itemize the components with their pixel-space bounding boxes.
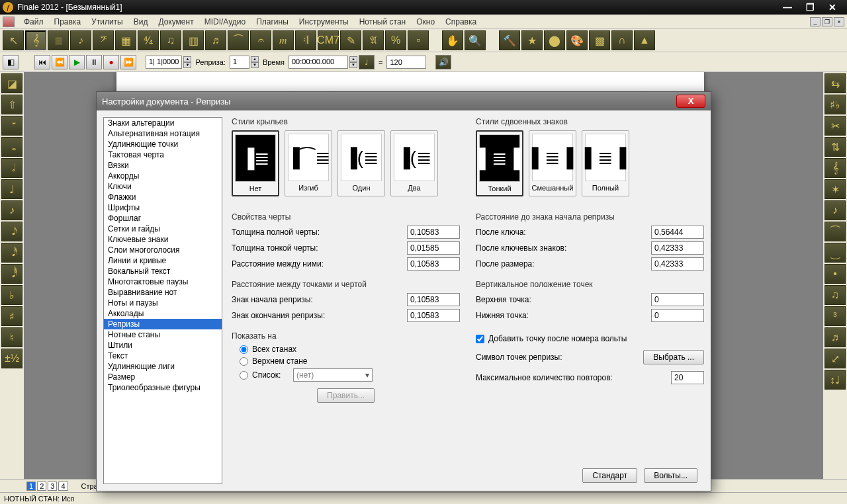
mdi-minimize-button[interactable]: _ [810, 17, 821, 26]
voltas-button[interactable]: Вольты... [644, 468, 697, 483]
double-style-option[interactable]: ▌≣▐Тонкий [476, 130, 523, 196]
category-item[interactable]: Сетки и гайды [104, 224, 222, 234]
transport-setup-button[interactable]: ◧ [3, 55, 19, 69]
category-item[interactable]: Выравнивание нот [104, 287, 222, 298]
wing-style-option[interactable]: ▐(≣Два [390, 130, 438, 196]
category-list[interactable]: Знаки альтерацииАльтернативная нотацияУд… [103, 117, 222, 484]
slur-icon[interactable]: ‿ [825, 243, 846, 263]
show-on-list-radio[interactable] [240, 371, 248, 380]
standard-button[interactable]: Стандарт [582, 468, 637, 483]
mdi-restore-button[interactable]: ❐ [822, 17, 832, 26]
slur-tool-icon[interactable]: ⁀ [228, 30, 249, 50]
clef-tool-icon[interactable]: 𝄢 [93, 30, 114, 50]
cut-icon[interactable]: ✂ [825, 116, 846, 136]
category-item[interactable]: Линии и кривые [104, 255, 222, 266]
thirtysecond-note-icon[interactable]: 𝅘𝅥𝅰 [1, 243, 22, 263]
dot-icon[interactable]: • [825, 264, 846, 284]
half-step-icon[interactable]: ±½ [1, 349, 22, 368]
sixtyfourth-note-icon[interactable]: 𝅘𝅥𝅱 [1, 264, 22, 284]
wing-style-option[interactable]: ▐⁀≣Изгиб [285, 130, 332, 196]
tempo-field[interactable] [386, 56, 426, 69]
simple-entry-tool-icon[interactable]: ≣ [48, 30, 69, 50]
category-item[interactable]: Триолеобразные фигуры [104, 382, 222, 393]
repriza-field[interactable]: 1 [230, 56, 249, 69]
sixteenth-note-icon[interactable]: 𝅘𝅥𝅯 [1, 222, 22, 241]
menu-window[interactable]: Окно [411, 16, 440, 28]
chord-icon[interactable]: ♬ [825, 327, 846, 347]
circles-tool-icon[interactable]: ⬤ [544, 30, 565, 50]
vert-arrows-icon[interactable]: ⇅ [825, 137, 846, 157]
category-item[interactable]: Ключевые знаки [104, 234, 222, 245]
tuplet-tool-icon[interactable]: ♫ [160, 30, 181, 50]
start-repeat-input[interactable] [407, 293, 460, 306]
speaker-button[interactable]: 🔊 [435, 55, 451, 69]
menu-utilities[interactable]: Утилиты [86, 16, 128, 28]
category-item[interactable]: Нотные станы [104, 329, 222, 340]
show-on-all-radio[interactable] [240, 345, 248, 354]
after-key-input[interactable] [651, 241, 704, 255]
measure-field[interactable]: 1| 1|0000 [146, 56, 182, 69]
quarter-note-icon[interactable]: ♩ [1, 179, 22, 199]
dialog-close-button[interactable]: X [676, 95, 705, 108]
menu-plugins[interactable]: Плагины [251, 16, 294, 28]
key-tool-icon[interactable]: ▦ [115, 30, 136, 50]
music-symbol-icon[interactable]: 𝄞 [825, 158, 846, 178]
palette-tool-icon[interactable]: 🎨 [566, 30, 588, 50]
category-item[interactable]: Знаки альтерации [104, 118, 222, 128]
rewind-start-button[interactable]: ⏮ [34, 55, 50, 69]
play-button[interactable]: ▶ [69, 55, 85, 69]
time-tool-icon[interactable]: ⁴⁄₄ [138, 30, 159, 50]
show-on-top-radio[interactable] [240, 357, 248, 366]
hand-tool-icon[interactable]: ✋ [442, 30, 463, 50]
dynamic-tool-icon[interactable]: 𝆐 [273, 30, 294, 50]
max-repeats-input[interactable] [671, 371, 704, 384]
sharp-icon[interactable]: ♯ [1, 306, 22, 326]
selection-tool-icon[interactable]: ↖ [3, 30, 24, 50]
pause-button[interactable]: ⏸ [86, 55, 102, 69]
end-repeat-input[interactable] [407, 309, 460, 322]
horiz-arrows-icon[interactable]: ⇆ [825, 73, 846, 93]
category-item[interactable]: Акколады [104, 308, 222, 319]
choose-symbol-button[interactable]: Выбрать ... [643, 350, 704, 364]
star-tool-icon[interactable]: ★ [521, 30, 543, 50]
add-dot-checkbox[interactable] [476, 335, 484, 343]
category-item[interactable]: Флажки [104, 192, 222, 202]
time-field[interactable]: 00:00:00.000 [289, 56, 348, 69]
page-tool-icon[interactable]: ▫ [408, 30, 429, 50]
articulation-tool-icon[interactable]: 𝄐 [250, 30, 271, 50]
book-icon[interactable] [3, 17, 15, 27]
double-style-option[interactable]: ▌≣▐Полный [582, 130, 629, 196]
page-tab-3[interactable]: 3 [48, 482, 57, 491]
page-tab-2[interactable]: 2 [37, 482, 46, 491]
flip-stem-icon[interactable]: ↕♩ [825, 370, 846, 390]
flat-icon[interactable]: ♭ [1, 285, 22, 305]
time-spinner[interactable]: ▲▼ [349, 56, 357, 68]
after-clef-input[interactable] [651, 226, 704, 239]
eraser-icon[interactable]: ◪ [1, 73, 22, 93]
edit-list-button[interactable]: Править... [317, 388, 375, 403]
menu-view[interactable]: Вид [128, 16, 154, 28]
menu-document[interactable]: Документ [153, 16, 199, 28]
metronome-tool-icon[interactable]: ▲ [634, 30, 655, 50]
burst-icon[interactable]: ✶ [825, 179, 846, 199]
category-item[interactable]: Удлиняющие точки [104, 139, 222, 149]
wing-style-option[interactable]: ▐(≣Один [337, 130, 385, 196]
category-item[interactable]: Размер [104, 372, 222, 382]
repriza-spinner[interactable]: ▲▼ [251, 56, 259, 68]
category-item[interactable]: Многотактовые паузы [104, 276, 222, 287]
rewind-button[interactable]: ⏪ [52, 55, 67, 69]
natural-icon[interactable]: ♮ [1, 327, 22, 347]
category-item[interactable]: Аккорды [104, 171, 222, 181]
beam-tool-icon[interactable]: ♬ [205, 30, 226, 50]
category-item[interactable]: Слои многоголосия [104, 245, 222, 255]
forward-button[interactable]: ⏩ [120, 55, 136, 69]
page-tab-1[interactable]: 1 [26, 482, 36, 491]
menu-midi[interactable]: MIDI/Аудио [199, 16, 251, 28]
bottom-dot-input[interactable] [651, 309, 704, 322]
staff-list-combo[interactable]: (нет) [293, 368, 373, 382]
menu-staff[interactable]: Нотный стан [354, 16, 412, 28]
category-item[interactable]: Ключи [104, 181, 222, 192]
hammer-tool-icon[interactable]: 🔨 [499, 30, 520, 50]
category-item[interactable]: Форшлаг [104, 213, 222, 224]
thin-input[interactable] [407, 241, 460, 255]
